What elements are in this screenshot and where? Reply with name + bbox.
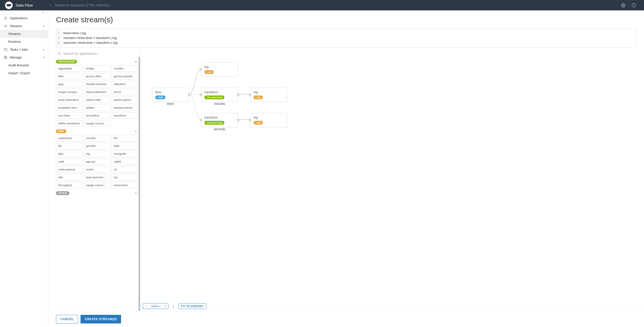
palette-item[interactable]: tasklaunchrequest <box>111 104 138 111</box>
node-title: log <box>253 116 284 119</box>
palette-item[interactable]: router <box>84 166 110 173</box>
flow-node[interactable]: logLOG <box>250 113 287 127</box>
palette-item[interactable]: s3 <box>111 166 138 173</box>
palette-item[interactable]: aggregator <box>56 65 83 72</box>
palette-item[interactable]: tcp-client <box>56 112 83 119</box>
palette-item[interactable]: object-detection <box>84 89 110 95</box>
zoom-level[interactable]: 100%▾ <box>149 303 162 309</box>
sidebar-item-label: Tasks / Jobs <box>10 48 28 51</box>
zoom-out-button[interactable]: − <box>143 303 149 309</box>
palette-item[interactable]: scriptable-transform <box>56 104 83 111</box>
palette-item[interactable]: log <box>84 150 110 157</box>
sidebar-item-audit[interactable]: Audit Records <box>0 61 48 69</box>
flow-node[interactable]: transformTRANSFORM <box>201 113 238 127</box>
palette-item[interactable]: pose-estimation <box>56 97 83 103</box>
palette-item[interactable]: usage-cost-logger <box>84 182 110 188</box>
global-search-input[interactable] <box>55 3 618 7</box>
palette-scrollbar[interactable] <box>139 57 140 311</box>
palette-item[interactable]: ftp <box>56 143 83 149</box>
node-port-in[interactable] <box>200 68 202 71</box>
palette-item[interactable]: grpc <box>56 81 83 87</box>
palette-item[interactable]: pmml <box>111 89 138 95</box>
chevron-down-icon: ▾ <box>135 60 136 63</box>
node-port-out[interactable] <box>237 119 239 121</box>
palette-item[interactable]: throughput <box>56 182 83 188</box>
sidebar-item-streams[interactable]: Streams ▾ <box>0 22 48 30</box>
node-title: time <box>155 90 186 94</box>
palette-item[interactable]: hdfs <box>111 143 138 149</box>
palette-item[interactable]: httpclient <box>111 81 138 87</box>
code-line: seconds=:timer.time > transform | log <box>63 41 634 45</box>
palette-item[interactable]: python-jython <box>111 97 138 103</box>
palette-search[interactable] <box>56 50 141 57</box>
sidebar-item-runtime[interactable]: Runtime <box>0 38 48 46</box>
sidebar-item-tasks[interactable]: Tasks / Jobs ▸ <box>0 46 48 53</box>
node-port-out[interactable] <box>237 94 239 96</box>
palette-search-input[interactable] <box>63 52 139 55</box>
palette-item[interactable]: counter <box>111 65 138 72</box>
palette-item[interactable]: gemfire <box>84 143 110 149</box>
palette-section-header[interactable]: PROCESSOR▾ <box>56 59 138 65</box>
palette-item[interactable]: file <box>111 135 138 141</box>
palette-item[interactable]: sftp <box>56 174 83 181</box>
fit-to-content-button[interactable]: FIT TO CONTENT <box>179 303 206 309</box>
editor-lines[interactable]: timer=time | log minutes=:timer.time > t… <box>61 29 636 47</box>
palette-item[interactable]: usage-cost-processor <box>84 120 110 127</box>
palette-item[interactable]: mongodb <box>111 150 138 157</box>
palette-item[interactable]: transform <box>111 112 138 119</box>
palette-item[interactable]: mqtt <box>56 158 83 165</box>
node-port-in[interactable] <box>249 119 251 121</box>
svg-point-2 <box>622 5 624 6</box>
palette-item[interactable]: groovy-filter <box>84 73 110 80</box>
palette-item[interactable]: python-http <box>84 97 110 103</box>
flow-node[interactable]: transformTRANSFORM <box>201 88 238 102</box>
info-icon <box>632 3 636 8</box>
chevron-down-icon: ▾ <box>43 56 44 59</box>
flow-node[interactable]: timeTIME <box>152 88 189 102</box>
node-port-in[interactable] <box>200 94 202 96</box>
palette-item[interactable]: tensorflow <box>84 112 110 119</box>
zoom-in-button[interactable]: + <box>162 303 168 309</box>
dsl-editor[interactable]: 1 2 3 timer=time | log minutes=:timer.ti… <box>56 29 636 48</box>
create-stream-button[interactable]: CREATE STREAM(S) <box>81 315 121 323</box>
global-search[interactable] <box>49 3 618 7</box>
footer-actions: CANCEL CREATE STREAM(S) <box>48 311 644 327</box>
palette-section-header[interactable]: OTHER▾ <box>56 190 138 197</box>
palette-item[interactable]: image-recognition <box>56 89 83 95</box>
line-number: 2 <box>58 36 60 41</box>
header-actions <box>618 0 639 10</box>
cancel-button[interactable]: CANCEL <box>56 315 78 323</box>
node-port-in[interactable] <box>249 94 251 96</box>
palette-item[interactable]: splitter <box>84 104 110 111</box>
palette-section-header[interactable]: SINK▾ <box>56 129 138 135</box>
sidebar-collapse-button[interactable] <box>0 10 48 14</box>
palette-item[interactable]: counter <box>84 135 110 141</box>
svg-point-7 <box>5 17 6 17</box>
node-port-out[interactable] <box>188 94 190 96</box>
sidebar-item-streams-list[interactable]: Streams <box>0 30 48 38</box>
palette-item[interactable]: rabbit <box>111 158 138 165</box>
palette-item[interactable]: task-launcher-dataflow <box>84 174 110 181</box>
settings-button[interactable] <box>618 0 628 10</box>
flow-node[interactable]: logLOG <box>250 88 287 102</box>
palette-item[interactable]: filter <box>56 73 83 80</box>
palette-item[interactable]: redis-pubsub <box>56 166 83 173</box>
node-port-in[interactable] <box>200 119 202 121</box>
sidebar-item-import-export[interactable]: Import / Export <box>0 69 48 77</box>
palette-item[interactable]: header-enricher <box>84 81 110 87</box>
palette-item[interactable]: bridge <box>84 65 110 72</box>
palette-item[interactable]: cassandra <box>56 135 83 141</box>
palette-item[interactable]: tcp <box>111 174 138 181</box>
sidebar-item-applications[interactable]: Applications <box>0 14 48 22</box>
sidebar-item-manage[interactable]: Manage ▾ <box>0 53 48 61</box>
palette-item[interactable]: groovy-transform <box>111 73 138 80</box>
palette-item[interactable]: pgcopy <box>84 158 110 165</box>
info-button[interactable] <box>628 0 639 10</box>
palette-item[interactable]: jdbc <box>56 150 83 157</box>
flow-canvas[interactable]: timeTIMElogLOGtransformTRANSFORMlogLOGtr… <box>141 50 636 311</box>
palette-item[interactable]: websocket <box>111 182 138 188</box>
flow-node[interactable]: logLOG <box>201 62 238 77</box>
palette-item[interactable]: twitter-sentiment <box>56 120 83 127</box>
palette-section-tag: OTHER <box>56 191 69 195</box>
chevron-down-icon: ▾ <box>43 25 44 27</box>
